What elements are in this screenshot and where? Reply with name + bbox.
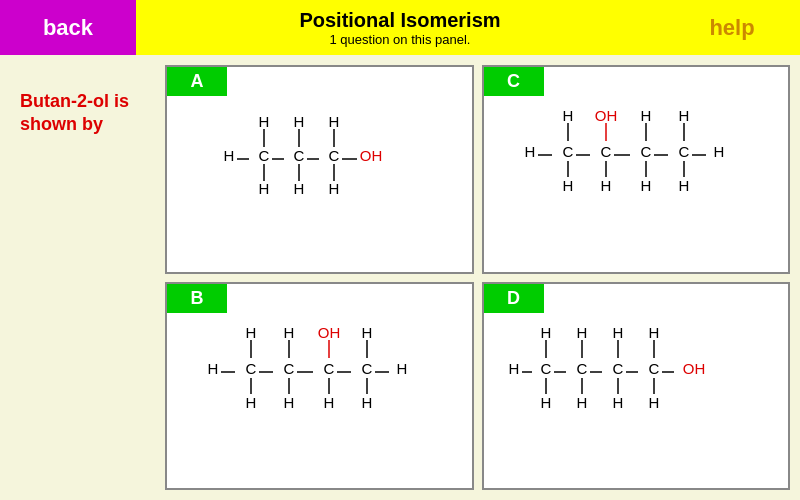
- molecule-b: H H OH H H C C C: [167, 284, 472, 489]
- svg-text:H: H: [562, 177, 573, 194]
- svg-text:OH: OH: [683, 360, 706, 377]
- help-button[interactable]: help: [664, 0, 800, 55]
- svg-text:H: H: [713, 143, 724, 160]
- molecule-c: H OH H H H C: [484, 67, 789, 272]
- question-label: Butan-2-ol isshown by: [20, 90, 129, 137]
- svg-text:H: H: [362, 324, 373, 341]
- answer-label-c: C: [484, 67, 544, 96]
- page-title: Positional Isomerism: [299, 9, 500, 32]
- svg-text:H: H: [259, 113, 270, 130]
- svg-text:H: H: [397, 360, 408, 377]
- svg-text:C: C: [329, 147, 340, 164]
- svg-text:C: C: [600, 143, 611, 160]
- svg-text:H: H: [540, 324, 551, 341]
- svg-text:H: H: [562, 107, 573, 124]
- molecule-a: H H H H C C C: [167, 67, 472, 272]
- main-content: Butan-2-ol isshown by A H H H: [0, 55, 800, 500]
- answer-label-b: B: [167, 284, 227, 313]
- back-label: back: [43, 15, 93, 41]
- svg-text:H: H: [224, 147, 235, 164]
- svg-text:C: C: [324, 360, 335, 377]
- svg-text:C: C: [362, 360, 373, 377]
- back-button[interactable]: back: [0, 0, 136, 55]
- svg-text:H: H: [600, 177, 611, 194]
- svg-text:H: H: [284, 324, 295, 341]
- svg-text:OH: OH: [595, 107, 618, 124]
- svg-text:OH: OH: [360, 147, 383, 164]
- answer-box-a[interactable]: A H H H H C: [165, 65, 474, 274]
- svg-text:H: H: [524, 143, 535, 160]
- molecule-d: H H H H H C C: [484, 284, 789, 489]
- svg-text:C: C: [576, 360, 587, 377]
- svg-text:H: H: [294, 180, 305, 197]
- svg-text:C: C: [284, 360, 295, 377]
- svg-text:C: C: [259, 147, 270, 164]
- svg-text:H: H: [678, 177, 689, 194]
- svg-text:C: C: [640, 143, 651, 160]
- svg-text:H: H: [294, 113, 305, 130]
- svg-text:C: C: [612, 360, 623, 377]
- svg-text:H: H: [329, 113, 340, 130]
- svg-text:H: H: [648, 324, 659, 341]
- svg-text:H: H: [540, 394, 551, 411]
- svg-text:H: H: [259, 180, 270, 197]
- svg-text:C: C: [246, 360, 257, 377]
- svg-text:H: H: [208, 360, 219, 377]
- svg-text:H: H: [246, 394, 257, 411]
- header: back Positional Isomerism 1 question on …: [0, 0, 800, 55]
- svg-text:OH: OH: [318, 324, 341, 341]
- left-label-area: Butan-2-ol isshown by: [10, 65, 165, 490]
- answer-grid: A H H H H C: [165, 65, 790, 490]
- svg-text:H: H: [362, 394, 373, 411]
- svg-text:C: C: [648, 360, 659, 377]
- answer-label-d: D: [484, 284, 544, 313]
- svg-text:H: H: [508, 360, 519, 377]
- svg-text:H: H: [612, 324, 623, 341]
- answer-box-d[interactable]: D H H H H H C: [482, 282, 791, 491]
- svg-text:C: C: [678, 143, 689, 160]
- title-area: Positional Isomerism 1 question on this …: [299, 9, 500, 47]
- svg-text:H: H: [284, 394, 295, 411]
- svg-text:H: H: [576, 394, 587, 411]
- answer-box-c[interactable]: C H OH H H H: [482, 65, 791, 274]
- svg-text:C: C: [540, 360, 551, 377]
- subtitle: 1 question on this panel.: [299, 32, 500, 47]
- svg-text:H: H: [640, 107, 651, 124]
- svg-text:H: H: [324, 394, 335, 411]
- svg-text:H: H: [612, 394, 623, 411]
- app: back Positional Isomerism 1 question on …: [0, 0, 800, 500]
- help-label: help: [709, 15, 754, 41]
- svg-text:H: H: [246, 324, 257, 341]
- svg-text:C: C: [294, 147, 305, 164]
- svg-text:H: H: [640, 177, 651, 194]
- svg-text:H: H: [329, 180, 340, 197]
- svg-text:H: H: [678, 107, 689, 124]
- answer-box-b[interactable]: B H H OH H H C: [165, 282, 474, 491]
- svg-text:C: C: [562, 143, 573, 160]
- answer-label-a: A: [167, 67, 227, 96]
- svg-text:H: H: [576, 324, 587, 341]
- svg-text:H: H: [648, 394, 659, 411]
